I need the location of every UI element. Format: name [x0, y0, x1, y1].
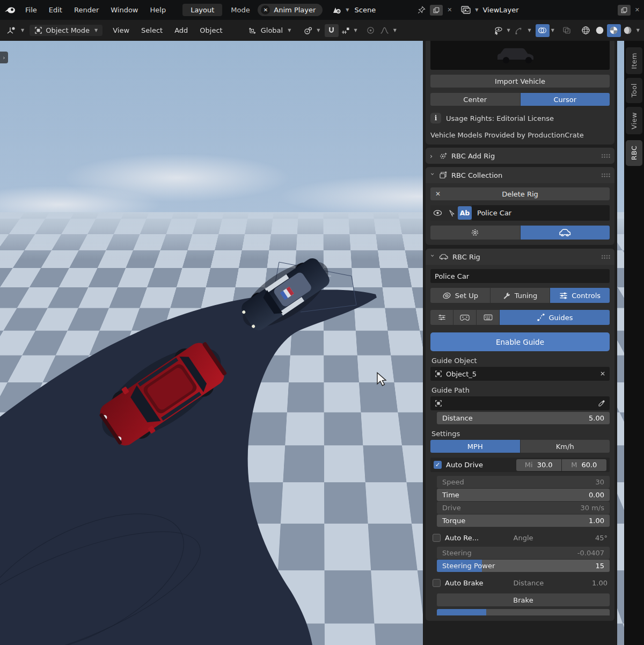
blender-logo-icon[interactable]: [4, 6, 16, 15]
tab-item[interactable]: Item: [626, 47, 642, 74]
transform-orientation[interactable]: Global ▼: [244, 25, 296, 36]
angle-value[interactable]: 45°: [582, 534, 608, 542]
clear-object-icon[interactable]: ✕: [600, 370, 605, 378]
viewport-header: ▼ Object Mode ▼ View Select Add Object G…: [0, 20, 644, 41]
drag-grip-icon[interactable]: [601, 173, 610, 177]
snap-magnet-icon[interactable]: [325, 24, 339, 37]
pin-icon[interactable]: [418, 6, 426, 14]
menu-select[interactable]: Select: [135, 24, 169, 37]
mi-field[interactable]: Mi 30.0: [516, 459, 561, 471]
center-button[interactable]: Center: [430, 93, 520, 106]
collapse-arrow-icon[interactable]: ›: [429, 254, 437, 259]
brake-strength-slider-partial[interactable]: [437, 609, 610, 615]
workspace-tab-modeling[interactable]: Mode: [231, 6, 254, 14]
rbc-collection-header[interactable]: › RBC Collection: [426, 167, 614, 183]
panel-title: RBC Rig: [452, 253, 597, 261]
guides-mode-button[interactable]: Guides: [500, 310, 610, 325]
workspace-tab-layout[interactable]: Layout: [182, 4, 222, 16]
menu-help[interactable]: Help: [144, 4, 172, 16]
m-field[interactable]: M 60.0: [562, 459, 607, 471]
shading-material-icon[interactable]: [607, 24, 621, 37]
car-mode-button[interactable]: [521, 226, 610, 240]
shading-rendered-icon[interactable]: [621, 24, 635, 37]
info-icon[interactable]: i: [430, 113, 441, 124]
tab-controls[interactable]: Controls: [550, 288, 610, 303]
tab-tool[interactable]: Tool: [626, 78, 642, 103]
eyedropper-icon[interactable]: [598, 400, 605, 407]
viewlayer-name[interactable]: ViewLayer: [483, 6, 519, 14]
speed-slider[interactable]: Speed 30: [437, 476, 610, 488]
anim-player-tab[interactable]: ✕ Anim Player: [258, 4, 323, 16]
show-gizmo-icon[interactable]: [491, 24, 505, 37]
tab-setup[interactable]: Set Up: [430, 288, 490, 303]
rbc-rig-header[interactable]: › RBC Rig: [426, 249, 614, 265]
proportional-editing-icon[interactable]: [364, 24, 378, 37]
kmh-button[interactable]: Km/h: [521, 440, 610, 453]
distance-slider[interactable]: Distance 5.00: [437, 412, 610, 424]
vehicle-preview[interactable]: [430, 41, 610, 70]
remove-viewlayer-icon[interactable]: ✕: [635, 6, 640, 13]
angle-label: Angle: [514, 534, 578, 542]
drive-slider[interactable]: Drive 30 m/s: [437, 502, 610, 514]
menu-edit[interactable]: Edit: [43, 4, 68, 16]
close-icon[interactable]: ✕: [261, 5, 270, 15]
tab-tuning[interactable]: Tuning: [491, 288, 550, 303]
gizmo-transform-icon[interactable]: [513, 24, 526, 37]
unlink-scene-icon[interactable]: ✕: [447, 6, 452, 13]
mph-button[interactable]: MPH: [430, 440, 520, 453]
show-overlays-icon[interactable]: [536, 24, 550, 37]
rename-badge[interactable]: Ab: [458, 206, 472, 220]
menu-file[interactable]: File: [19, 4, 43, 16]
rig-name-field[interactable]: Police Car: [472, 205, 610, 221]
drag-grip-icon[interactable]: [601, 255, 610, 259]
rbc-add-rig-header[interactable]: › RBC Add Rig: [426, 148, 614, 164]
time-slider[interactable]: Time 0.00: [437, 489, 610, 501]
road[interactable]: [0, 289, 377, 645]
selectable-cursor-icon[interactable]: [445, 209, 458, 217]
auto-reverse-checkbox[interactable]: [433, 534, 441, 542]
rig-name-display[interactable]: Police Car: [430, 269, 610, 283]
auto-brake-checkbox[interactable]: [433, 579, 441, 587]
brake-distance-value[interactable]: 1.00: [582, 579, 608, 587]
editor-type-icon[interactable]: [6, 26, 17, 35]
snap-target-icon[interactable]: [339, 24, 353, 37]
falloff-curve-icon[interactable]: [378, 24, 392, 37]
mode-selector[interactable]: Object Mode ▼: [30, 25, 103, 36]
scene-name[interactable]: Scene: [355, 6, 376, 14]
xray-toggle-icon[interactable]: [560, 24, 574, 37]
menu-add[interactable]: Add: [169, 24, 194, 37]
steering-slider[interactable]: Steering -0.0407: [437, 547, 610, 559]
menu-render[interactable]: Render: [68, 4, 105, 16]
tab-view[interactable]: View: [626, 107, 642, 135]
menu-view[interactable]: View: [107, 24, 135, 37]
new-scene-button[interactable]: [430, 5, 443, 16]
menu-window[interactable]: Window: [105, 4, 144, 16]
drag-grip-icon[interactable]: [601, 154, 610, 158]
physics-gear-button[interactable]: [430, 226, 520, 240]
new-viewlayer-button[interactable]: [618, 5, 631, 16]
pivot-point-icon[interactable]: [301, 24, 315, 37]
enable-guide-button[interactable]: Enable Guide: [430, 332, 610, 351]
toolbar-expand-button[interactable]: ›: [0, 52, 8, 63]
viewlayer-icon[interactable]: [460, 5, 473, 15]
guide-object-field[interactable]: Object_5 ✕: [430, 367, 610, 381]
expand-arrow-icon[interactable]: ›: [430, 152, 435, 160]
collapse-arrow-icon[interactable]: ›: [429, 172, 437, 178]
auto-drive-checkbox[interactable]: ✓: [434, 461, 442, 469]
sliders-mode-button[interactable]: [430, 310, 453, 325]
steering-power-slider[interactable]: Steering Power 15: [437, 560, 610, 572]
shading-wireframe-icon[interactable]: [579, 24, 593, 37]
guide-path-field[interactable]: [430, 396, 610, 410]
gamepad-mode-button[interactable]: [453, 310, 476, 325]
shading-solid-icon[interactable]: [593, 24, 607, 37]
visibility-eye-icon[interactable]: [430, 209, 445, 216]
brake-button[interactable]: Brake: [437, 593, 610, 606]
keyboard-mode-button[interactable]: [477, 310, 499, 325]
scene-browse-icon[interactable]: [330, 5, 344, 15]
torque-slider[interactable]: Torque 1.00: [437, 514, 610, 527]
cursor-button[interactable]: Cursor: [521, 93, 610, 106]
delete-rig-button[interactable]: ✕ Delete Rig: [430, 187, 610, 200]
menu-object[interactable]: Object: [194, 24, 228, 37]
import-vehicle-button[interactable]: Import Vehicle: [430, 75, 610, 88]
tab-rbc[interactable]: RBC: [626, 140, 642, 165]
